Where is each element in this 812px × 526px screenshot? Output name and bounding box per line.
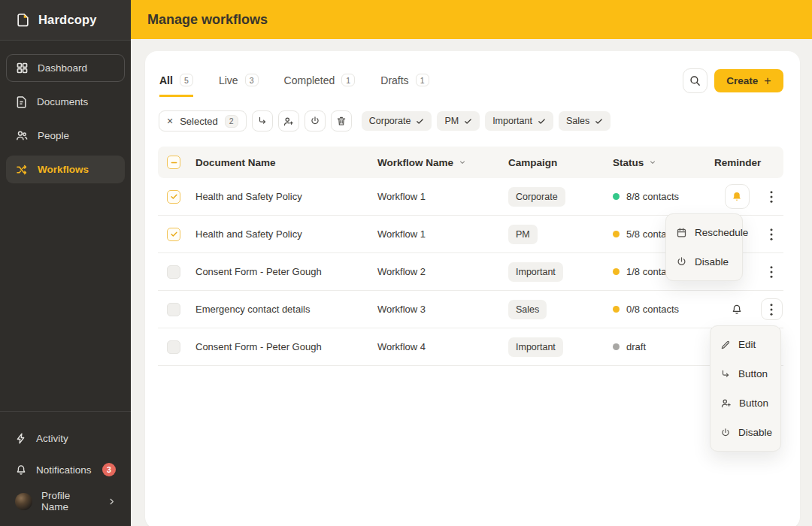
workflow-name: Workflow 4: [377, 341, 508, 352]
close-icon: ×: [167, 115, 173, 127]
tab-label: All: [159, 74, 173, 86]
power-icon: [676, 256, 687, 268]
status-dot: [613, 268, 620, 275]
hook-arrow-button[interactable]: [252, 110, 273, 132]
app-root: Hardcopy Dashboard Documents People: [0, 0, 812, 526]
selected-filter-button[interactable]: × Selected 2: [159, 110, 247, 132]
chip-label: PM: [444, 116, 459, 126]
sidebar-item-people[interactable]: People: [6, 122, 125, 150]
document-name: Consent Form - Peter Gough: [195, 266, 377, 277]
sidebar-item-dashboard[interactable]: Dashboard: [6, 54, 125, 82]
menu-item-reschedule[interactable]: Reschedule: [666, 218, 742, 247]
tab-live[interactable]: Live 3: [219, 74, 259, 97]
menu-item-label: Button: [738, 368, 768, 379]
tab-completed[interactable]: Completed 1: [284, 74, 356, 97]
menu-item-disable[interactable]: Disable: [710, 418, 780, 447]
sidebar-footer: Activity Notifications 3 Profile Name: [0, 411, 131, 526]
lightning-icon: [15, 432, 27, 445]
chevron-down-icon: [649, 159, 656, 166]
create-label: Create: [726, 75, 758, 86]
column-header-document[interactable]: Document Name: [195, 157, 377, 168]
plus-icon: +: [764, 74, 771, 88]
column-header-workflow[interactable]: Workflow Name: [377, 157, 508, 168]
person-add-icon: [720, 398, 732, 409]
document-name: Health and Safety Policy: [195, 228, 377, 240]
row-checkbox[interactable]: [167, 303, 180, 316]
person-add-button[interactable]: [278, 110, 299, 132]
sidebar-item-label: Activity: [36, 433, 68, 444]
power-button[interactable]: [304, 110, 326, 132]
status-dot: [613, 306, 620, 313]
bell-icon[interactable]: [731, 304, 743, 316]
content-card: All 5 Live 3 Completed 1 Drafts 1 Create: [145, 51, 800, 526]
pencil-icon: [720, 340, 731, 350]
status-dot: [613, 193, 620, 200]
chip-corporate[interactable]: Corporate: [362, 111, 432, 131]
logo[interactable]: Hardcopy: [0, 0, 131, 41]
tab-label: Live: [219, 74, 238, 86]
status-dot: [613, 231, 620, 237]
menu-item-label: Button: [739, 398, 768, 409]
column-header-campaign[interactable]: Campaign: [508, 157, 613, 168]
create-button[interactable]: Create +: [714, 69, 783, 92]
chip-label: Important: [492, 116, 532, 126]
power-icon: [720, 428, 731, 438]
sidebar-item-documents[interactable]: Documents: [6, 88, 125, 116]
chip-pm[interactable]: PM: [437, 111, 480, 131]
select-all-checkbox[interactable]: [167, 156, 180, 169]
tab-bar: All 5 Live 3 Completed 1 Drafts 1: [159, 74, 429, 97]
trash-icon: [336, 116, 347, 126]
row-checkbox[interactable]: [167, 265, 180, 279]
bell-icon: [15, 464, 27, 476]
chip-sales[interactable]: Sales: [559, 111, 611, 131]
reminder-dropdown-menu: Reschedule Disable: [665, 213, 743, 281]
trash-button[interactable]: [331, 110, 352, 132]
tab-count: 1: [341, 74, 355, 86]
shuffle-icon: [15, 164, 29, 176]
chip-important[interactable]: Important: [485, 111, 553, 131]
bell-active-icon: [731, 191, 743, 203]
menu-item-button-1[interactable]: Button: [710, 359, 780, 388]
menu-item-label: Disable: [695, 256, 729, 268]
campaign-tag: PM: [508, 225, 538, 244]
menu-item-button-2[interactable]: Button: [710, 388, 780, 418]
kebab-menu-icon: [770, 304, 773, 316]
sidebar-item-notifications[interactable]: Notifications 3: [6, 455, 125, 484]
reminder-bell-button[interactable]: [725, 184, 750, 209]
selected-label: Selected: [180, 116, 218, 127]
tab-all[interactable]: All 5: [159, 74, 193, 97]
menu-item-edit[interactable]: Edit: [710, 330, 780, 359]
chip-label: Corporate: [369, 116, 411, 126]
file-icon: [15, 95, 28, 108]
sidebar-nav: Dashboard Documents People Workflows: [0, 41, 131, 183]
grid-icon: [16, 62, 29, 74]
status-dot: [613, 343, 620, 350]
sidebar: Hardcopy Dashboard Documents People: [0, 0, 131, 526]
column-header-status[interactable]: Status: [613, 157, 714, 168]
tab-label: Drafts: [380, 74, 408, 86]
kebab-menu-icon[interactable]: [770, 191, 773, 203]
row-checkbox[interactable]: [167, 228, 180, 241]
sidebar-item-label: Workflows: [38, 164, 89, 175]
row-checkbox[interactable]: [167, 340, 180, 354]
table-row: Consent Form - Peter Gough Workflow 4 Im…: [158, 328, 783, 366]
status-text: 8/8 contacts: [626, 191, 679, 202]
sidebar-item-label: People: [38, 130, 69, 141]
menu-item-disable[interactable]: Disable: [666, 247, 742, 277]
sidebar-item-workflows[interactable]: Workflows: [6, 156, 125, 183]
kebab-menu-button[interactable]: [761, 298, 783, 320]
sidebar-item-activity[interactable]: Activity: [6, 424, 125, 452]
person-add-icon: [283, 116, 294, 127]
table-header: Document Name Workflow Name Campaign Sta…: [158, 147, 783, 178]
sidebar-item-profile[interactable]: Profile Name: [6, 487, 125, 515]
tab-drafts[interactable]: Drafts 1: [380, 74, 429, 97]
search-button[interactable]: [683, 68, 707, 93]
campaign-tag: Important: [508, 337, 563, 357]
kebab-menu-icon[interactable]: [770, 266, 773, 278]
tab-count: 1: [416, 74, 429, 86]
workflow-name: Workflow 1: [377, 191, 508, 202]
workflow-name: Workflow 1: [377, 228, 508, 240]
kebab-menu-icon[interactable]: [770, 228, 773, 240]
row-checkbox[interactable]: [167, 190, 180, 204]
workflow-name: Workflow 2: [377, 266, 508, 277]
